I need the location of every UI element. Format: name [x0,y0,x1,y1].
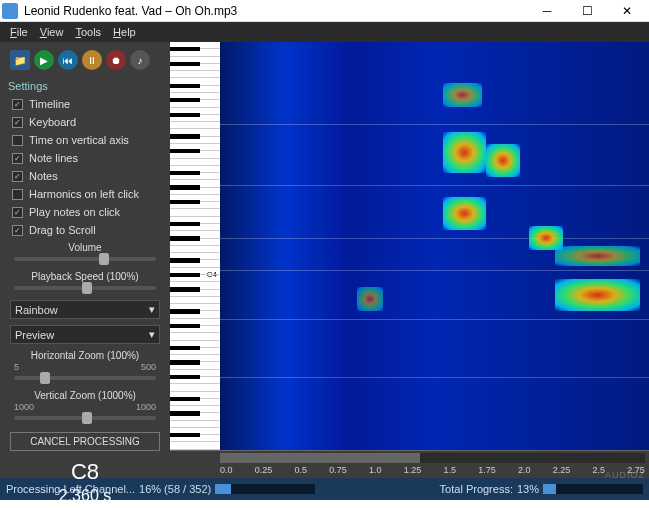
play-button[interactable]: ▶ [34,50,54,70]
status-total-label: Total Progress: [440,483,513,495]
readout-note: C8 [8,459,162,485]
vzoom-slider[interactable] [14,416,156,420]
check-keyboard[interactable]: ✓Keyboard [8,114,162,130]
maximize-button[interactable]: ☐ [567,0,607,22]
horizontal-scrollbar[interactable] [220,453,645,463]
status-left-label: Processing Left Channel... [6,483,135,495]
vzoom-label: Vertical Zoom (1000%) [12,390,158,401]
minimize-button[interactable]: ─ [527,0,567,22]
cancel-processing-button[interactable]: CANCEL PROCESSING [10,432,160,451]
preview-dropdown[interactable]: Preview▾ [10,325,160,344]
open-file-button[interactable]: 📁 [10,50,30,70]
menu-view[interactable]: View [34,24,70,40]
info-button[interactable]: ♪ [130,50,150,70]
window-titlebar: Leonid Rudenko feat. Vad – Oh Oh.mp3 ─ ☐… [0,0,649,22]
hzoom-slider[interactable] [14,376,156,380]
volume-slider[interactable] [14,257,156,261]
status-total-progress [543,484,643,494]
settings-label: Settings [8,80,162,92]
check-note-lines[interactable]: ✓Note lines [8,150,162,166]
spectrogram-view[interactable] [220,42,649,450]
colormap-dropdown[interactable]: Rainbow▾ [10,300,160,319]
stop-button[interactable]: ⏮ [58,50,78,70]
piano-keyboard[interactable]: C4 [170,42,220,450]
readout: C8 2.360 s [8,457,162,505]
watermark: AUDIOZ [605,470,645,480]
check-time-vertical[interactable]: Time on vertical axis [8,132,162,148]
close-button[interactable]: ✕ [607,0,647,22]
status-left-pct: 16% (58 / 352) [139,483,211,495]
check-play-on-click[interactable]: ✓Play notes on click [8,204,162,220]
status-left-progress [215,484,315,494]
menu-tools[interactable]: Tools [69,24,107,40]
menubar: File View Tools Help [0,22,649,42]
playback-speed-label: Playback Speed (100%) [12,271,158,282]
window-title: Leonid Rudenko feat. Vad – Oh Oh.mp3 [24,4,527,18]
playback-speed-slider[interactable] [14,286,156,290]
check-timeline[interactable]: ✓Timeline [8,96,162,112]
main-area: C4 0.00.250.50.751.01.251.51.7 [170,42,649,478]
time-ruler[interactable]: 0.00.250.50.751.01.251.51.752.02.252.52.… [170,450,649,478]
menu-file[interactable]: File [4,24,34,40]
chevron-down-icon: ▾ [149,328,155,341]
check-harmonics[interactable]: Harmonics on left click [8,186,162,202]
chevron-down-icon: ▾ [149,303,155,316]
settings-panel: 📁 ▶ ⏮ ⏸ ⏺ ♪ Settings ✓Timeline ✓Keyboard… [0,42,170,478]
menu-help[interactable]: Help [107,24,142,40]
toolbar: 📁 ▶ ⏮ ⏸ ⏺ ♪ [8,46,162,74]
process-button[interactable]: ⏸ [82,50,102,70]
status-total-pct: 13% [517,483,539,495]
volume-label: Volume [12,242,158,253]
record-button[interactable]: ⏺ [106,50,126,70]
app-icon [2,3,18,19]
hzoom-label: Horizontal Zoom (100%) [12,350,158,361]
check-notes[interactable]: ✓Notes [8,168,162,184]
check-drag-scroll[interactable]: ✓Drag to Scroll [8,222,162,238]
